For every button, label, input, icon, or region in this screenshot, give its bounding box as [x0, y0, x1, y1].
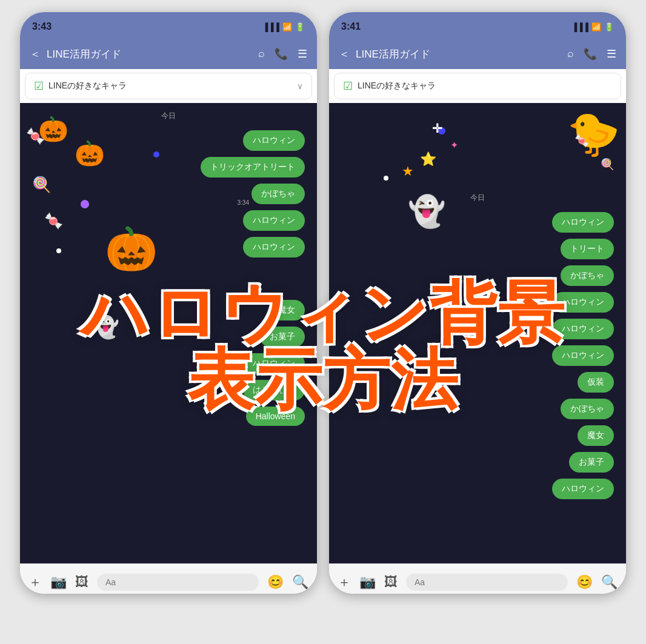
- dot-3: [56, 248, 61, 253]
- msg-row-p2-8: かぼちゃ: [561, 397, 614, 421]
- chat-inner-1: 🎃 🎃 🎃 🍬 🍭 🍬 👻 今日 ハロウィン: [20, 103, 317, 563]
- msg-row-10: Halloween: [246, 405, 305, 428]
- wifi-icon-2: 📶: [591, 22, 601, 32]
- timestamp-1: 3:34: [238, 199, 249, 206]
- bubble-p2-11: ハロウィン: [552, 479, 614, 499]
- candy-right-2: 🍭: [601, 158, 614, 171]
- search-icon-nav-2[interactable]: ⌕: [567, 47, 574, 61]
- bottom-bar-2: ＋ 📷 🖼 😊 🔍: [329, 563, 626, 594]
- phone-icon-1[interactable]: 📞: [275, 47, 288, 61]
- msg-row-p2-9: 魔女: [578, 423, 614, 448]
- msg-row-p2-11: ハロウィン: [552, 477, 614, 501]
- bubble-3: かぼちゃ: [251, 184, 305, 204]
- msg-row-5: ハロウィン: [243, 235, 305, 259]
- signal-icon: ▐▐▐: [262, 22, 279, 32]
- ghost-2: 👻: [408, 194, 445, 229]
- bubble-1: ハロウィン: [243, 130, 305, 151]
- msg-row-3: 3:34 かぼちゃ: [238, 182, 305, 206]
- message-input-2[interactable]: [406, 574, 568, 591]
- bubble-p2-1: ハロウィン: [552, 212, 614, 233]
- poll-banner-2[interactable]: ☑ LINEの好きなキャラ: [334, 73, 621, 99]
- date-label-2: 今日: [334, 193, 621, 203]
- bubble-p2-4: ハロウィン: [552, 292, 614, 313]
- bottom-bar-1: ＋ 📷 🖼 😊 🔍: [20, 563, 317, 594]
- search-icon-bottom-1[interactable]: 🔍: [292, 574, 308, 590]
- bubble-p2-6: ハロウィン: [552, 345, 614, 366]
- back-button-2[interactable]: ＜: [339, 47, 350, 61]
- nav-icons-1: ⌕ 📞 ☰: [258, 47, 307, 61]
- status-bar-1: 3:43 ▐▐▐ 📶 🔋: [20, 12, 317, 39]
- poll-chevron-1: ∨: [297, 81, 303, 91]
- msg-row-9: はろぅぃん: [243, 378, 305, 402]
- camera-icon-2[interactable]: 📷: [359, 574, 376, 590]
- image-icon-2[interactable]: 🖼: [384, 574, 398, 590]
- chat-area-1: 🎃 🎃 🎃 🍬 🍭 🍬 👻 今日 ハロウィン: [20, 103, 317, 563]
- battery-icon-2: 🔋: [604, 22, 614, 32]
- bubble-p2-5: ハロウィン: [552, 319, 614, 339]
- cross-deco: ✛: [432, 121, 442, 136]
- bubble-p2-10: お菓子: [569, 452, 614, 473]
- search-icon-bottom-2[interactable]: 🔍: [601, 574, 618, 590]
- search-icon-1[interactable]: ⌕: [258, 47, 265, 61]
- msg-row-p2-1: ハロウィン: [552, 210, 614, 234]
- bubble-p2-2: トリート: [561, 239, 614, 259]
- nav-bar-1: ＜ LINE活用ガイド ⌕ 📞 ☰: [20, 39, 317, 69]
- msg-row-p2-6: ハロウィン: [552, 344, 614, 368]
- msg-row-7: お菓子: [260, 325, 305, 349]
- pumpkin-deco-2: 🎃: [75, 139, 105, 168]
- menu-icon-2[interactable]: ☰: [607, 47, 616, 61]
- phone-2: 3:41 ▐▐▐ 📶 🔋 ＜ LINE活用ガイド ⌕ 📞 ☰ ☑ LINEの好き…: [329, 12, 626, 594]
- back-button-1[interactable]: ＜: [30, 47, 41, 61]
- bubble-4: ハロウィン: [243, 210, 305, 231]
- status-icons-2: ▐▐▐ 📶 🔋: [571, 22, 614, 32]
- star-3: ★: [402, 164, 414, 179]
- plus-icon-2[interactable]: ＋: [338, 573, 351, 591]
- msg-row-p2-3: かぼちゃ: [561, 264, 614, 288]
- message-input-1[interactable]: [97, 574, 259, 591]
- poll-banner-1[interactable]: ☑ LINEの好きなキャラ ∨: [25, 73, 312, 99]
- menu-icon-1[interactable]: ☰: [298, 47, 307, 61]
- plus-icon-1[interactable]: ＋: [28, 573, 42, 591]
- camera-icon-1[interactable]: 📷: [50, 574, 67, 590]
- messages-right-1: ハロウィン トリックオアトリート 3:34 かぼちゃ ハロウィン ハロウィン: [25, 127, 312, 429]
- bubble-2: トリックオアトリート: [201, 157, 305, 178]
- candy-2: 🍭: [32, 176, 51, 193]
- status-icons-1: ▐▐▐ 📶 🔋: [262, 22, 305, 32]
- time-1: 3:43: [32, 21, 52, 32]
- msg-row-4: ハロウィン: [243, 208, 305, 233]
- bubble-p2-7: 仮装: [578, 372, 614, 393]
- dot-p2-2: [384, 176, 388, 181]
- bubble-9: はろぅぃん: [243, 380, 305, 400]
- time-2: 3:41: [341, 21, 361, 32]
- emoji-icon-2[interactable]: 😊: [576, 574, 593, 590]
- signal-icon-2: ▐▐▐: [571, 22, 588, 32]
- candy-right-1: 🍬: [574, 133, 590, 148]
- chat-area-2: 🐤 ⭐ ✦ ★ 👻 🍬 🍭 ✛ 今日 ハロウィン: [329, 103, 626, 563]
- image-icon-1[interactable]: 🖼: [75, 574, 88, 590]
- bubble-10: Halloween: [246, 407, 305, 426]
- status-bar-2: 3:41 ▐▐▐ 📶 🔋: [329, 12, 626, 39]
- star-2: ✦: [450, 139, 458, 151]
- bubble-p2-8: かぼちゃ: [561, 399, 614, 419]
- poll-icon-1: ☑: [34, 79, 44, 93]
- nav-icons-2: ⌕ 📞 ☰: [567, 47, 616, 61]
- bubble-8: ハロウィン: [243, 353, 305, 374]
- ghost-1: 👻: [93, 315, 119, 340]
- messages-right-2: ハロウィン トリート かぼちゃ ハロウィン ハロウィン ハロ: [334, 209, 621, 502]
- poll-icon-2: ☑: [343, 79, 353, 93]
- msg-row-2: トリックオアトリート: [201, 155, 305, 179]
- msg-row-1: ハロウィン: [243, 128, 305, 153]
- bubble-p2-9: 魔女: [578, 425, 614, 446]
- poll-text-1: LINEの好きなキャラ: [48, 81, 292, 91]
- candy-3: 🍬: [44, 212, 63, 230]
- battery-icon: 🔋: [295, 22, 305, 32]
- dot-2: [81, 200, 89, 208]
- phone-icon-2[interactable]: 📞: [584, 47, 597, 61]
- msg-row-8: ハロウィン: [243, 351, 305, 376]
- bubble-6: 魔女: [268, 300, 305, 320]
- nav-bar-2: ＜ LINE活用ガイド ⌕ 📞 ☰: [329, 39, 626, 69]
- pumpkin-large: 🎃: [105, 224, 158, 274]
- bubble-p2-3: かぼちゃ: [561, 265, 614, 286]
- msg-row-p2-10: お菓子: [569, 450, 614, 474]
- emoji-icon-1[interactable]: 😊: [267, 574, 284, 590]
